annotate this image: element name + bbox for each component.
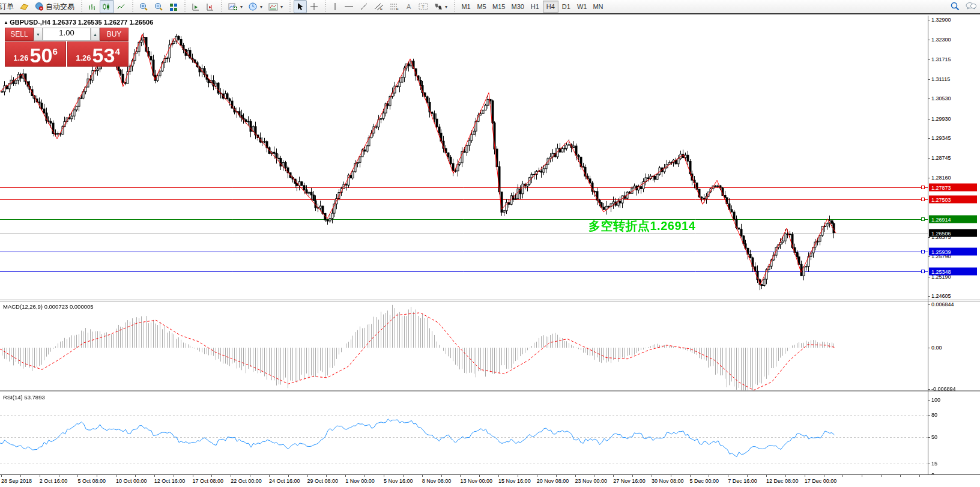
timeframe-mn[interactable]: MN xyxy=(590,1,606,13)
date-axis[interactable]: 28 Sep 20182 Oct 16:005 Oct 08:0010 Oct … xyxy=(0,474,980,487)
price-axis-label: 1.29345 xyxy=(931,135,951,141)
chart-shift-icon xyxy=(206,3,214,11)
macd-label: MACD(12,26,9) 0.000723 0.000005 xyxy=(3,303,94,310)
book-icon-button[interactable] xyxy=(17,0,32,13)
sell-price-display[interactable]: 1.26 50 6 xyxy=(5,41,66,67)
timeframe-m5[interactable]: M5 xyxy=(474,1,489,13)
trendline-button[interactable] xyxy=(357,0,371,13)
crosshair-button[interactable] xyxy=(307,0,321,13)
price-axis-label: 80 xyxy=(931,412,937,418)
date-axis-label: 22 Oct 00:00 xyxy=(231,478,262,484)
triangle-icon: ▲ xyxy=(4,20,10,25)
timeframe-m15[interactable]: M15 xyxy=(489,1,508,13)
bar-chart-button[interactable] xyxy=(85,0,100,13)
price-axis-label: 1.31115 xyxy=(931,76,950,82)
date-axis-label: 13 Nov 00:00 xyxy=(460,478,492,484)
text-label-button[interactable]: T xyxy=(416,0,431,13)
candlestick-chart-button[interactable] xyxy=(100,0,114,13)
search-icon[interactable] xyxy=(951,2,960,13)
zoom-in-button[interactable] xyxy=(136,0,151,13)
line-chart-button[interactable] xyxy=(114,0,129,13)
templates-dropdown-caret[interactable]: ▾ xyxy=(280,4,283,10)
autotrade-button[interactable]: 自动交易 xyxy=(32,0,77,13)
toolbar-separator xyxy=(453,1,456,13)
date-axis-tick xyxy=(498,474,499,477)
timeframe-h1[interactable]: H1 xyxy=(527,1,543,13)
buy-button[interactable]: BUY xyxy=(100,28,129,41)
axis-tick xyxy=(928,400,930,401)
axis-tick xyxy=(928,40,930,40)
text-icon: A xyxy=(405,2,413,11)
price-axis-label: 1.32900 xyxy=(931,17,951,23)
date-axis-tick xyxy=(842,474,843,477)
date-axis-label: 1 Nov 00:00 xyxy=(345,478,375,484)
pane-separator[interactable] xyxy=(0,390,980,392)
price-axis-label: 1.30530 xyxy=(931,95,951,101)
sell-button[interactable]: SELL xyxy=(5,28,34,41)
timeframe-w1[interactable]: W1 xyxy=(574,1,590,13)
date-axis-label: 17 Dec 00:00 xyxy=(805,478,837,484)
price-chart-canvas[interactable] xyxy=(0,16,928,300)
volume-input[interactable]: 1.00 xyxy=(43,28,91,41)
text-button[interactable]: A xyxy=(402,0,416,13)
tile-windows-icon xyxy=(169,3,178,11)
templates-button[interactable]: ▾ xyxy=(265,0,286,13)
indicators-button[interactable]: ▾ xyxy=(225,0,246,13)
axis-tick xyxy=(928,296,930,297)
vertical-line-button[interactable] xyxy=(329,0,341,13)
trendline-icon xyxy=(360,2,368,11)
axis-tick xyxy=(928,464,930,464)
auto-scroll-button[interactable] xyxy=(189,0,203,13)
date-axis-tick xyxy=(326,474,327,477)
arrows-dropdown-caret[interactable]: ▾ xyxy=(445,4,447,10)
date-axis-tick xyxy=(575,474,576,477)
equidistant-channel-button[interactable]: E xyxy=(371,0,387,13)
date-axis-label: 7 Dec 16:00 xyxy=(728,478,757,484)
toolbar-separator xyxy=(183,1,186,13)
chat-icon[interactable] xyxy=(966,2,976,13)
new-order-button[interactable]: 订单 xyxy=(0,0,17,13)
tile-windows-button[interactable] xyxy=(166,0,181,13)
timeframe-m30[interactable]: M30 xyxy=(508,1,527,13)
chart-shift-button[interactable] xyxy=(203,0,217,13)
price-line-badge: 1.25939 xyxy=(929,248,977,256)
macd-pane-canvas[interactable] xyxy=(0,302,928,391)
bar-chart-icon xyxy=(88,3,97,11)
date-axis-tick xyxy=(805,474,805,477)
axis-tick xyxy=(928,348,930,348)
date-axis-tick xyxy=(556,474,557,477)
timeframe-m1[interactable]: M1 xyxy=(458,1,474,13)
chart-window: ▲ GBPUSD-,H4 1.26373 1.26535 1.26277 1.2… xyxy=(0,16,980,487)
volume-decrease-button[interactable]: ▼ xyxy=(34,28,43,41)
date-axis-tick xyxy=(441,474,442,477)
fibonacci-button[interactable]: F xyxy=(387,0,402,13)
toolbar-separator xyxy=(80,1,83,13)
date-axis-tick xyxy=(174,474,174,477)
periods-button[interactable]: ▾ xyxy=(246,0,265,13)
timeframe-d1[interactable]: D1 xyxy=(558,1,574,13)
date-axis-tick xyxy=(345,474,346,477)
date-axis-tick xyxy=(20,474,21,477)
pane-separator[interactable] xyxy=(0,300,980,301)
zoom-out-button[interactable] xyxy=(151,0,166,13)
timeframe-h4[interactable]: H4 xyxy=(543,1,558,13)
volume-increase-button[interactable]: ▲ xyxy=(91,28,100,41)
price-axis-label: 15 xyxy=(931,461,937,467)
arrows-icon xyxy=(434,2,443,11)
vertical-line-icon xyxy=(332,2,338,11)
rsi-pane-canvas[interactable] xyxy=(0,393,928,474)
cursor-button[interactable] xyxy=(294,0,307,13)
indicators-dropdown-caret[interactable]: ▾ xyxy=(240,4,243,10)
axis-tick xyxy=(928,119,930,119)
indicators-icon xyxy=(228,2,238,11)
periods-dropdown-caret[interactable]: ▾ xyxy=(260,4,262,10)
date-axis-tick xyxy=(671,474,671,477)
horizontal-line-button[interactable] xyxy=(341,0,357,13)
chart-title: ▲ GBPUSD-,H4 1.26373 1.26535 1.26277 1.2… xyxy=(4,19,153,26)
buy-price-display[interactable]: 1.26 53 4 xyxy=(67,41,129,67)
candlestick-chart-icon xyxy=(103,3,111,11)
axis-tick xyxy=(928,79,930,80)
arrows-button[interactable]: ▾ xyxy=(431,0,450,13)
date-axis-tick xyxy=(154,474,155,477)
date-axis-label: 8 Nov 08:00 xyxy=(422,478,452,484)
